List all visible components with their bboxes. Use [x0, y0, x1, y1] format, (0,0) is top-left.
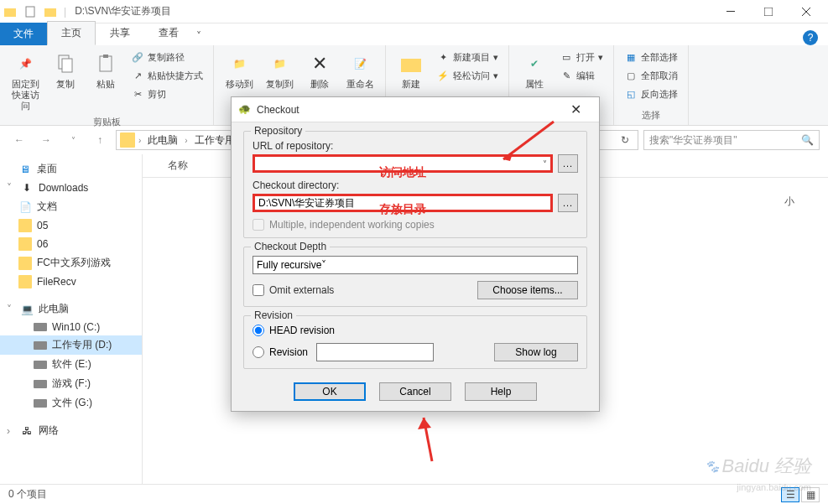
network-icon: 🖧: [20, 424, 34, 438]
pasteshortcut-button[interactable]: ↗粘贴快捷方式: [128, 67, 206, 84]
qat-folder-icon[interactable]: [44, 5, 57, 18]
ok-button[interactable]: OK: [294, 382, 366, 401]
refresh-button[interactable]: ↻: [616, 134, 634, 146]
window-titlebar: | D:\SVN\华安证券项目: [0, 0, 828, 23]
moveto-button[interactable]: 📁移动到: [221, 49, 258, 91]
cancel-button[interactable]: Cancel: [379, 382, 451, 401]
newfolder-button[interactable]: 新建: [393, 49, 430, 91]
tree-drive-f[interactable]: 游戏 (F:): [0, 374, 142, 393]
tree-network[interactable]: ›🖧网络: [0, 421, 142, 440]
svg-rect-10: [103, 55, 108, 58]
tree-documents[interactable]: 📄文档: [0, 197, 142, 216]
rename-button[interactable]: 📝重命名: [341, 49, 378, 91]
properties-button[interactable]: ✔属性: [516, 49, 553, 91]
chevron-down-icon: ˅: [321, 259, 326, 271]
tab-share[interactable]: 共享: [96, 21, 144, 45]
showlog-button[interactable]: Show log: [494, 343, 578, 361]
paste-button[interactable]: 粘贴: [87, 49, 124, 91]
ribbon-expand-icon[interactable]: ˅: [193, 27, 205, 45]
link-icon: 🔗: [131, 50, 144, 64]
tree-downloads[interactable]: ˅⬇Downloads: [0, 179, 142, 197]
svg-rect-2: [44, 8, 56, 17]
status-bar: 0 个项目 ☰ ▦: [0, 484, 828, 504]
breadcrumb-thispc[interactable]: 此电脑: [144, 133, 181, 148]
copypath-button[interactable]: 🔗复制路径: [128, 49, 206, 65]
back-button[interactable]: ←: [8, 129, 30, 151]
tree-thispc[interactable]: ˅💻此电脑: [0, 299, 142, 319]
help-button[interactable]: Help: [465, 382, 537, 401]
modify-time-suffix: 小: [784, 195, 794, 209]
folder-icon: [18, 275, 32, 288]
newitem-icon: ✦: [436, 50, 450, 64]
open-icon: ▭: [560, 50, 573, 64]
search-input[interactable]: 搜索"华安证券项目" 🔍: [643, 130, 820, 150]
drive-icon: [34, 341, 47, 350]
svg-rect-0: [4, 8, 16, 17]
copyto-button[interactable]: 📁复制到: [261, 49, 298, 91]
rename-icon: 📝: [346, 50, 373, 77]
tab-home[interactable]: 主页: [47, 21, 96, 45]
help-icon[interactable]: ?: [803, 30, 818, 45]
dir-browse-button[interactable]: ...: [558, 194, 578, 212]
pin-button[interactable]: 📌 固定到快速访问: [7, 49, 44, 114]
copyto-icon: 📁: [266, 50, 293, 77]
chevron-down-icon: ˅: [543, 159, 547, 169]
edit-icon: ✎: [560, 69, 573, 82]
dialog-titlebar: 🐢 Checkout ✕: [232, 97, 599, 122]
omit-externals-checkbox[interactable]: Omit externals: [253, 284, 334, 296]
up-button[interactable]: ↑: [89, 129, 111, 151]
svg-rect-11: [401, 59, 421, 72]
revision-radio[interactable]: Revision: [253, 346, 308, 358]
url-input[interactable]: ˅: [253, 154, 553, 173]
head-revision-radio[interactable]: HEAD revision: [253, 325, 578, 336]
newfolder-icon: [398, 50, 424, 77]
tab-file[interactable]: 文件: [0, 23, 47, 45]
dialog-title-text: Checkout: [257, 104, 299, 116]
depth-select[interactable]: Fully recursive˅: [253, 256, 578, 274]
newitem-button[interactable]: ✦新建项目 ▾: [433, 49, 502, 65]
url-browse-button[interactable]: ...: [558, 154, 578, 173]
minimize-button[interactable]: [711, 0, 749, 23]
directory-input[interactable]: D:\SVN\华安证券项目: [253, 194, 553, 212]
selectall-button[interactable]: ▦全部选择: [621, 49, 681, 65]
dialog-close-button[interactable]: ✕: [559, 98, 592, 122]
tree-drive-e[interactable]: 软件 (E:): [0, 355, 142, 374]
svg-rect-1: [26, 7, 34, 17]
properties-icon[interactable]: [23, 5, 37, 18]
maximize-button[interactable]: [749, 0, 787, 23]
delete-button[interactable]: ✕删除: [301, 49, 338, 91]
select-group-label: 选择: [621, 107, 681, 122]
tree-drive-g[interactable]: 文件 (G:): [0, 393, 142, 413]
paste-icon: [92, 50, 119, 77]
tree-folder-05[interactable]: 05: [0, 216, 142, 235]
scissors-icon: ✂: [131, 87, 144, 101]
choose-items-button[interactable]: Choose items...: [477, 281, 578, 299]
tree-folder-filerecv[interactable]: FileRecv: [0, 273, 142, 291]
edit-button[interactable]: ✎编辑: [556, 67, 607, 84]
tree-folder-fc[interactable]: FC中文系列游戏: [0, 253, 142, 273]
invertsel-button[interactable]: ◱反向选择: [621, 86, 681, 102]
depth-group: Checkout Depth Fully recursive˅ Omit ext…: [243, 247, 587, 307]
svg-rect-8: [62, 59, 72, 72]
multiple-checkbox[interactable]: Multiple, independent working copies: [253, 219, 578, 231]
easyaccess-button[interactable]: ⚡轻松访问 ▾: [433, 67, 502, 84]
forward-button[interactable]: →: [35, 129, 57, 151]
revision-input[interactable]: [316, 343, 434, 361]
tree-drive-c[interactable]: Win10 (C:): [0, 319, 142, 335]
tree-desktop[interactable]: 🖥桌面: [0, 159, 142, 179]
open-button[interactable]: ▭打开 ▾: [556, 49, 607, 65]
tree-folder-06[interactable]: 06: [0, 235, 142, 253]
cut-button[interactable]: ✂剪切: [128, 86, 206, 102]
drive-icon: [34, 380, 47, 388]
drive-icon: [34, 399, 47, 408]
close-button[interactable]: [787, 0, 825, 23]
tab-view[interactable]: 查看: [144, 21, 193, 45]
selectnone-button[interactable]: ▢全部取消: [621, 67, 681, 84]
easyaccess-icon: ⚡: [436, 69, 450, 82]
delete-icon: ✕: [306, 50, 333, 77]
doc-icon: 📄: [18, 200, 32, 214]
recent-button[interactable]: ˅: [62, 129, 84, 151]
copy-button[interactable]: 复制: [47, 49, 84, 91]
tree-drive-d[interactable]: 工作专用 (D:): [0, 335, 142, 355]
sidebar-tree: 🖥桌面 ˅⬇Downloads 📄文档 05 06 FC中文系列游戏 FileR…: [0, 154, 143, 485]
